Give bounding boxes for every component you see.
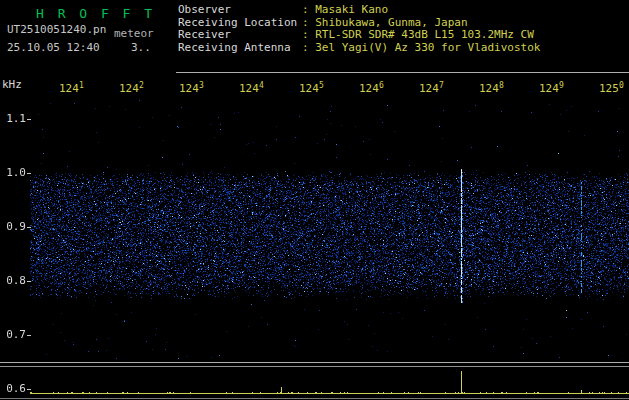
hrofft-screen: H R O F F T UT2510051240.pn meteor 25.10… xyxy=(0,0,629,400)
station-info-value: : Masaki Kano xyxy=(302,4,388,17)
time-tick-label: 1249 xyxy=(539,82,564,95)
time-tick-label: 1250 xyxy=(599,82,624,95)
freq-tick-mark xyxy=(27,227,31,228)
freq-tick-mark xyxy=(27,389,31,390)
freq-tick-label: 0.8 xyxy=(4,274,26,287)
signal-level-strip-canvas xyxy=(0,360,629,400)
spectrogram-canvas xyxy=(30,100,629,360)
station-info-row: Receiving Antenna: 3el Yagi(V) Az 330 fo… xyxy=(178,42,540,55)
station-info-row: Observer: Masaki Kano xyxy=(178,4,540,17)
freq-tick-mark xyxy=(27,335,31,336)
time-tick-label: 1247 xyxy=(419,82,444,95)
station-info-value: : 3el Yagi(V) Az 330 for Vladivostok xyxy=(302,42,540,55)
time-tick-label: 1248 xyxy=(479,82,504,95)
station-info: Observer: Masaki Kano Receiving Location… xyxy=(178,4,540,54)
station-info-label: Observer xyxy=(178,4,302,17)
freq-tick-mark xyxy=(27,119,31,120)
freq-tick-label: 1.1 xyxy=(4,112,26,125)
observer-tag: meteor xyxy=(114,27,154,40)
freq-tick-label: 0.6 xyxy=(4,382,26,395)
time-tick-label: 1243 xyxy=(179,82,204,95)
freq-tick-mark xyxy=(27,173,31,174)
time-tick-label: 1244 xyxy=(239,82,264,95)
time-tick-label: 1242 xyxy=(119,82,144,95)
time-tick-label: 1245 xyxy=(299,82,324,95)
station-info-label: Receiving Antenna xyxy=(178,42,302,55)
station-info-row: Receiver: RTL-SDR SDR# 43dB L15 103.2MHz… xyxy=(178,29,540,42)
echo-counter: 3.. xyxy=(131,41,151,54)
capture-filename: UT2510051240.pn xyxy=(7,23,106,36)
freq-tick-label: 0.9 xyxy=(4,220,26,233)
freq-tick-label: 1.0 xyxy=(4,166,26,179)
station-info-label: Receiver xyxy=(178,29,302,42)
freq-tick-mark xyxy=(27,281,31,282)
time-tick-label: 1241 xyxy=(59,82,84,95)
freq-unit-label: kHz xyxy=(2,78,22,91)
freq-tick-label: 0.7 xyxy=(4,328,26,341)
app-title: H R O F F T xyxy=(36,6,155,21)
capture-datetime: 25.10.05 12:40 xyxy=(7,41,100,54)
time-tick-label: 1246 xyxy=(359,82,384,95)
station-info-value: : RTL-SDR SDR# 43dB L15 103.2MHz CW xyxy=(302,29,534,42)
header-divider xyxy=(176,72,629,73)
